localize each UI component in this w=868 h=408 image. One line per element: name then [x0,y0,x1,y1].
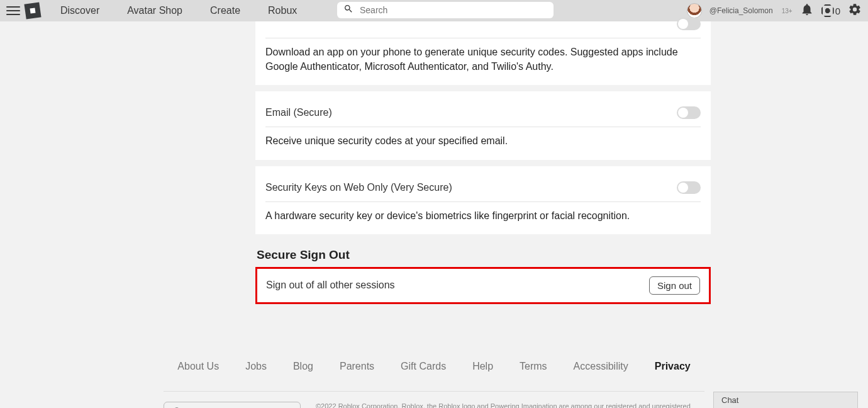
search-input[interactable] [359,4,547,16]
search-icon [343,4,359,16]
legal-text: ©2022 Roblox Corporation. Roblox, the Ro… [316,402,693,408]
footer-links: About Us Jobs Blog Parents Gift Cards He… [154,361,714,372]
language-selector[interactable]: English [164,402,301,408]
footer-privacy[interactable]: Privacy [655,361,691,372]
footer-terms[interactable]: Terms [520,361,547,372]
footer-bottom: English ©2022 Roblox Corporation. Roblox… [164,402,704,408]
nav-avatar-shop[interactable]: Avatar Shop [127,5,182,16]
footer-gift-cards[interactable]: Gift Cards [401,361,446,372]
footer-divider [164,391,704,392]
hamburger-menu-icon[interactable] [6,4,20,18]
nav-robux[interactable]: Robux [268,5,297,16]
security-keys-toggle[interactable] [677,181,701,194]
email-2sv-title: Email (Secure) [265,107,332,118]
signout-sessions-label: Sign out of all other sessions [266,280,395,291]
roblox-logo-icon[interactable] [24,2,41,19]
footer-blog[interactable]: Blog [293,361,313,372]
robux-icon [821,4,834,17]
chat-tab[interactable]: Chat [713,392,858,408]
top-nav: Discover Avatar Shop Create Robux @Felic… [0,0,868,21]
email-2sv-card: Email (Secure) Receive unique security c… [255,91,711,159]
authenticator-app-toggle[interactable] [677,18,701,30]
divider [265,127,701,127]
avatar[interactable] [687,3,702,18]
username-label[interactable]: @Felicia_Solomon [709,6,773,15]
email-2sv-desc: Receive unique security codes at your sp… [265,133,701,148]
robux-count: 0 [835,6,840,16]
nav-discover[interactable]: Discover [60,5,99,16]
authenticator-app-desc: Download an app on your phone to generat… [265,45,701,74]
primary-nav: Discover Avatar Shop Create Robux [60,5,297,16]
footer-accessibility[interactable]: Accessibility [574,361,628,372]
authenticator-app-card: Authenticator App (Very Secure) Download… [255,18,711,85]
divider [265,38,701,38]
email-2sv-toggle[interactable] [677,106,701,119]
sign-out-button[interactable]: Sign out [649,276,700,295]
nav-create[interactable]: Create [210,5,240,16]
secure-signout-heading: Secure Sign Out [257,248,711,262]
chat-label: Chat [721,395,738,405]
footer-jobs[interactable]: Jobs [245,361,267,372]
bell-icon[interactable] [800,3,814,19]
gear-icon[interactable] [848,3,862,19]
security-keys-desc: A hardware security key or device's biom… [265,208,701,223]
age-badge: 13+ [782,8,793,14]
footer-parents[interactable]: Parents [340,361,374,372]
security-keys-card: Security Keys on Web Only (Very Secure) … [255,166,711,234]
robux-balance[interactable]: 0 [821,4,840,17]
search-box[interactable] [337,2,554,18]
footer-about[interactable]: About Us [177,361,219,372]
divider [265,201,701,202]
header-right: @Felicia_Solomon 13+ 0 [687,3,862,19]
settings-main: Authenticator App (Very Secure) Download… [255,18,711,304]
footer-help[interactable]: Help [472,361,493,372]
secure-signout-card: Sign out of all other sessions Sign out [255,267,711,304]
security-keys-title: Security Keys on Web Only (Very Secure) [265,182,452,193]
